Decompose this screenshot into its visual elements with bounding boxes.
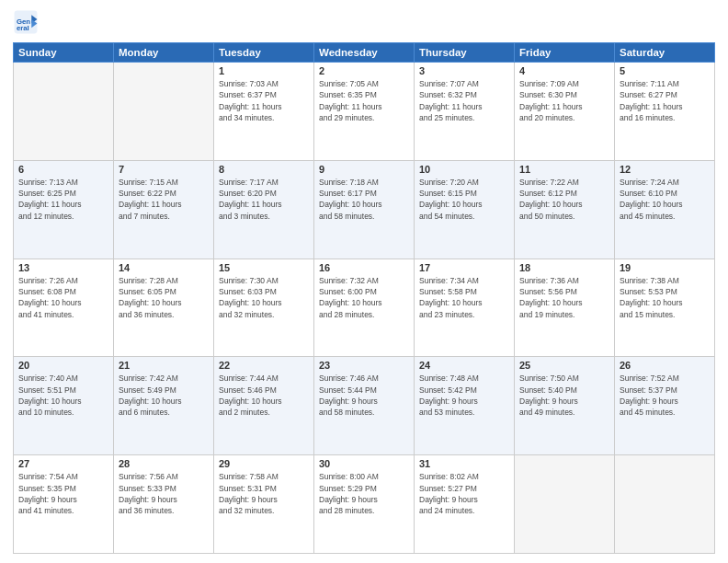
day-number: 5 [620,65,710,76]
day-number: 25 [519,360,609,371]
calendar-table: SundayMondayTuesdayWednesdayThursdayFrid… [13,42,715,554]
calendar-cell: 19Sunrise: 7:38 AM Sunset: 5:53 PM Dayli… [615,259,715,357]
day-number: 2 [319,65,409,76]
weekday-header-wednesday: Wednesday [314,43,415,63]
day-info: Sunrise: 7:20 AM Sunset: 6:15 PM Dayligh… [419,177,509,222]
week-row-1: 1Sunrise: 7:03 AM Sunset: 6:37 PM Daylig… [14,63,715,161]
weekday-header-monday: Monday [114,43,214,63]
calendar-cell [14,63,114,161]
day-number: 31 [419,458,509,469]
day-number: 1 [219,65,309,76]
weekday-header-saturday: Saturday [615,43,715,63]
day-info: Sunrise: 7:50 AM Sunset: 5:40 PM Dayligh… [519,373,609,418]
day-info: Sunrise: 7:28 AM Sunset: 6:05 PM Dayligh… [119,275,209,320]
calendar-cell: 26Sunrise: 7:52 AM Sunset: 5:37 PM Dayli… [615,357,715,455]
day-info: Sunrise: 7:30 AM Sunset: 6:03 PM Dayligh… [219,275,309,320]
calendar-cell: 24Sunrise: 7:48 AM Sunset: 5:42 PM Dayli… [415,357,515,455]
calendar-cell: 1Sunrise: 7:03 AM Sunset: 6:37 PM Daylig… [214,63,314,161]
calendar-container: Gen eral SundayMondayTuesdayWednesdayThu… [0,0,728,563]
day-info: Sunrise: 7:46 AM Sunset: 5:44 PM Dayligh… [319,373,409,418]
week-row-5: 27Sunrise: 7:54 AM Sunset: 5:35 PM Dayli… [14,455,715,554]
day-info: Sunrise: 7:52 AM Sunset: 5:37 PM Dayligh… [620,373,710,418]
logo: Gen eral [13,9,42,35]
day-number: 16 [319,262,409,273]
day-info: Sunrise: 7:40 AM Sunset: 5:51 PM Dayligh… [18,373,108,418]
calendar-cell: 17Sunrise: 7:34 AM Sunset: 5:58 PM Dayli… [415,259,515,357]
weekday-header-tuesday: Tuesday [214,43,314,63]
day-info: Sunrise: 7:22 AM Sunset: 6:12 PM Dayligh… [519,177,609,222]
day-info: Sunrise: 7:11 AM Sunset: 6:27 PM Dayligh… [620,78,710,123]
calendar-cell [615,455,715,554]
day-info: Sunrise: 7:56 AM Sunset: 5:33 PM Dayligh… [119,471,209,516]
day-info: Sunrise: 7:15 AM Sunset: 6:22 PM Dayligh… [119,177,209,222]
day-info: Sunrise: 8:02 AM Sunset: 5:27 PM Dayligh… [419,471,509,516]
day-number: 10 [419,164,509,175]
logo-icon: Gen eral [13,9,39,35]
calendar-cell: 30Sunrise: 8:00 AM Sunset: 5:29 PM Dayli… [314,455,415,554]
week-row-4: 20Sunrise: 7:40 AM Sunset: 5:51 PM Dayli… [14,357,715,455]
day-number: 17 [419,262,509,273]
day-number: 6 [18,164,108,175]
day-number: 13 [18,262,108,273]
day-info: Sunrise: 7:42 AM Sunset: 5:49 PM Dayligh… [119,373,209,418]
svg-text:eral: eral [17,24,29,32]
day-number: 24 [419,360,509,371]
calendar-cell: 6Sunrise: 7:13 AM Sunset: 6:25 PM Daylig… [14,160,114,259]
calendar-cell: 22Sunrise: 7:44 AM Sunset: 5:46 PM Dayli… [214,357,314,455]
calendar-cell: 4Sunrise: 7:09 AM Sunset: 6:30 PM Daylig… [515,63,615,161]
day-info: Sunrise: 7:38 AM Sunset: 5:53 PM Dayligh… [620,275,710,320]
day-number: 18 [519,262,609,273]
calendar-cell: 10Sunrise: 7:20 AM Sunset: 6:15 PM Dayli… [415,160,515,259]
calendar-cell: 8Sunrise: 7:17 AM Sunset: 6:20 PM Daylig… [214,160,314,259]
day-number: 26 [620,360,710,371]
calendar-cell: 29Sunrise: 7:58 AM Sunset: 5:31 PM Dayli… [214,455,314,554]
day-info: Sunrise: 7:48 AM Sunset: 5:42 PM Dayligh… [419,373,509,418]
calendar-cell: 28Sunrise: 7:56 AM Sunset: 5:33 PM Dayli… [114,455,214,554]
calendar-cell: 3Sunrise: 7:07 AM Sunset: 6:32 PM Daylig… [415,63,515,161]
weekday-header-friday: Friday [515,43,615,63]
day-info: Sunrise: 8:00 AM Sunset: 5:29 PM Dayligh… [319,471,409,516]
calendar-cell: 20Sunrise: 7:40 AM Sunset: 5:51 PM Dayli… [14,357,114,455]
day-number: 12 [620,164,710,175]
day-number: 7 [119,164,209,175]
week-row-3: 13Sunrise: 7:26 AM Sunset: 6:08 PM Dayli… [14,259,715,357]
calendar-cell: 18Sunrise: 7:36 AM Sunset: 5:56 PM Dayli… [515,259,615,357]
day-number: 22 [219,360,309,371]
calendar-cell: 2Sunrise: 7:05 AM Sunset: 6:35 PM Daylig… [314,63,415,161]
calendar-cell: 9Sunrise: 7:18 AM Sunset: 6:17 PM Daylig… [314,160,415,259]
calendar-cell: 16Sunrise: 7:32 AM Sunset: 6:00 PM Dayli… [314,259,415,357]
calendar-cell: 15Sunrise: 7:30 AM Sunset: 6:03 PM Dayli… [214,259,314,357]
day-number: 14 [119,262,209,273]
calendar-cell: 23Sunrise: 7:46 AM Sunset: 5:44 PM Dayli… [314,357,415,455]
day-info: Sunrise: 7:58 AM Sunset: 5:31 PM Dayligh… [219,471,309,516]
day-number: 28 [119,458,209,469]
calendar-cell: 27Sunrise: 7:54 AM Sunset: 5:35 PM Dayli… [14,455,114,554]
day-number: 20 [18,360,108,371]
day-info: Sunrise: 7:44 AM Sunset: 5:46 PM Dayligh… [219,373,309,418]
day-number: 27 [18,458,108,469]
calendar-cell: 31Sunrise: 8:02 AM Sunset: 5:27 PM Dayli… [415,455,515,554]
weekday-header-row: SundayMondayTuesdayWednesdayThursdayFrid… [14,43,715,63]
day-number: 4 [519,65,609,76]
day-number: 23 [319,360,409,371]
day-number: 9 [319,164,409,175]
day-info: Sunrise: 7:17 AM Sunset: 6:20 PM Dayligh… [219,177,309,222]
day-number: 11 [519,164,609,175]
day-number: 19 [620,262,710,273]
day-info: Sunrise: 7:05 AM Sunset: 6:35 PM Dayligh… [319,78,409,123]
day-info: Sunrise: 7:18 AM Sunset: 6:17 PM Dayligh… [319,177,409,222]
weekday-header-thursday: Thursday [415,43,515,63]
calendar-cell: 5Sunrise: 7:11 AM Sunset: 6:27 PM Daylig… [615,63,715,161]
day-info: Sunrise: 7:26 AM Sunset: 6:08 PM Dayligh… [18,275,108,320]
day-info: Sunrise: 7:36 AM Sunset: 5:56 PM Dayligh… [519,275,609,320]
day-number: 21 [119,360,209,371]
week-row-2: 6Sunrise: 7:13 AM Sunset: 6:25 PM Daylig… [14,160,715,259]
weekday-header-sunday: Sunday [14,43,114,63]
day-info: Sunrise: 7:03 AM Sunset: 6:37 PM Dayligh… [219,78,309,123]
day-info: Sunrise: 7:32 AM Sunset: 6:00 PM Dayligh… [319,275,409,320]
calendar-cell: 21Sunrise: 7:42 AM Sunset: 5:49 PM Dayli… [114,357,214,455]
calendar-cell [114,63,214,161]
day-number: 30 [319,458,409,469]
day-info: Sunrise: 7:07 AM Sunset: 6:32 PM Dayligh… [419,78,509,123]
header: Gen eral [13,9,715,35]
